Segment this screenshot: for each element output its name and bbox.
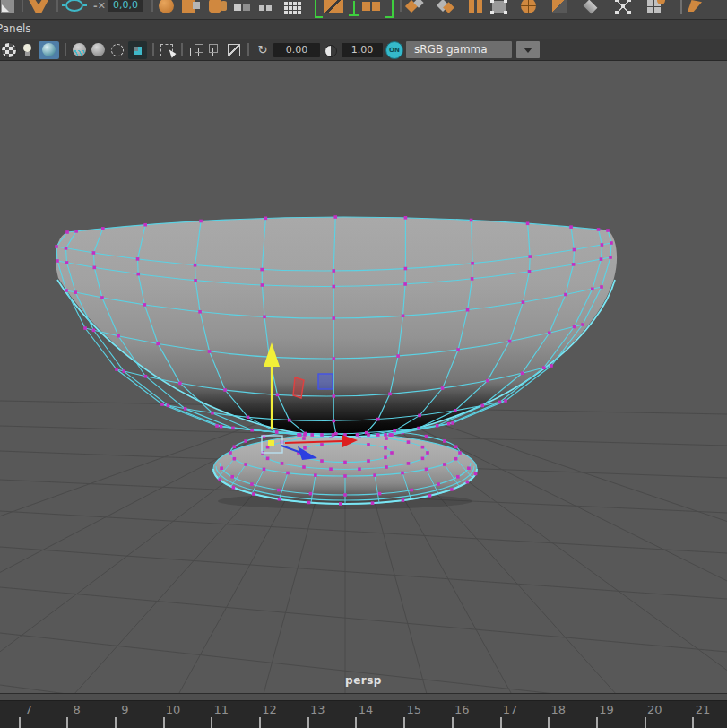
frame-number: 12 [262, 703, 277, 716]
frame-tick [403, 717, 405, 728]
frame-number: 11 [214, 703, 229, 716]
corner-handle-icon[interactable] [1, 0, 14, 13]
highlight-bracket-left [315, 0, 323, 18]
plane-diagonal-icon[interactable] [324, 0, 343, 13]
toolbar-sep-4 [247, 43, 249, 56]
viewport-panel[interactable]: persp [0, 61, 727, 693]
panels-menu[interactable]: Panels [0, 22, 31, 35]
contrast-icon[interactable] [323, 42, 339, 58]
bridge-icon[interactable] [467, 0, 483, 14]
frame-tick [163, 717, 165, 728]
frame-number: 13 [310, 703, 325, 716]
frame-number: 16 [454, 703, 470, 716]
poly-cylinder-icon[interactable] [209, 0, 221, 13]
xray-icon[interactable] [109, 42, 125, 58]
frame-number: 21 [696, 703, 711, 716]
wire-vertices-icon[interactable] [615, 0, 631, 14]
frame-tick [211, 717, 212, 728]
camera-label: persp [0, 674, 727, 687]
shelf-sep-3 [151, 0, 153, 12]
frame-number: 20 [647, 703, 662, 716]
extrude-icon[interactable] [405, 0, 421, 14]
viewport-canvas[interactable] [0, 61, 727, 693]
flat-diamond-icon[interactable] [583, 0, 599, 14]
poly-cube-icon[interactable] [182, 0, 195, 13]
shelf-sep-5 [680, 0, 682, 14]
gamma-mode-dropdown-arrow[interactable] [516, 41, 540, 58]
xyz-readout[interactable]: 0,0,0 [108, 0, 143, 12]
small-squares-icon[interactable] [257, 0, 273, 14]
poly-sphere-icon[interactable] [159, 0, 174, 13]
soft-select-icon[interactable] [61, 0, 88, 13]
frame-tick [19, 717, 21, 728]
gamma-mode-dropdown[interactable]: sRGB gamma [406, 41, 512, 58]
frame-tick [66, 717, 68, 728]
shelf-sep-1 [22, 0, 23, 12]
gray-squares-icon[interactable] [233, 0, 249, 14]
zoom-region-icon[interactable] [226, 42, 242, 58]
frame-tick [115, 717, 117, 728]
timeline-splitter[interactable] [0, 693, 727, 701]
orange-pair-icon[interactable] [362, 0, 382, 14]
frame-number: 15 [406, 703, 421, 716]
frame-selected-icon[interactable] [207, 42, 223, 58]
highlight-bracket-mid [349, 0, 359, 16]
time-slider[interactable]: 789101112131415161718192021 [0, 701, 727, 728]
cubes-stack-icon[interactable] [646, 0, 662, 14]
shelf-sep-4 [400, 0, 402, 12]
exposure-icon[interactable]: ↻ [255, 42, 271, 58]
viewport-toolbar: ↻0.001.00ONsRGB gamma [0, 39, 727, 61]
frame-number: 10 [166, 703, 181, 716]
frame-number: 19 [599, 703, 614, 716]
frame-tick [452, 717, 454, 728]
bevel-icon[interactable] [437, 0, 453, 14]
maya-window: -✕0,0,0 Panels ↻0.001.00ONsRGB gamma per… [0, 0, 727, 728]
frame-tick [500, 717, 502, 728]
toolbar-sep-3 [181, 43, 183, 56]
default-material-icon[interactable] [1, 42, 17, 58]
manipulator-origin [268, 440, 274, 446]
xy-plane-handle [318, 374, 333, 389]
frame-tick [596, 717, 598, 728]
frame-tick [692, 717, 694, 728]
yz-plane-handle [293, 377, 304, 398]
shelf-toolbar: -✕0,0,0 [0, 0, 727, 20]
frame-number: 17 [503, 703, 518, 716]
frame-tick [548, 717, 550, 728]
frame-number: 14 [359, 703, 374, 716]
wireframe-on-shaded-icon[interactable] [72, 42, 88, 58]
smooth-shade-icon[interactable] [39, 41, 59, 59]
grid-icon[interactable] [283, 0, 303, 14]
curve-pen-icon[interactable] [687, 0, 703, 14]
frame-tick [645, 717, 646, 728]
isolate-select-icon[interactable] [188, 42, 204, 58]
frame-tick [355, 717, 357, 728]
shadows-icon[interactable] [91, 42, 107, 58]
snap-magnet-icon[interactable] [28, 0, 49, 13]
frame-tick [307, 717, 309, 728]
selection-highlight-icon[interactable] [160, 42, 176, 58]
axis-dash-x-icon[interactable]: -✕ [92, 0, 107, 14]
frame-number: 8 [74, 703, 81, 716]
quad-draw-icon[interactable] [492, 1, 506, 13]
highlight-bracket-right [385, 0, 394, 18]
half-square-icon[interactable] [552, 0, 567, 13]
gamma-field[interactable]: 1.00 [342, 43, 383, 57]
toolbar-sep-1 [65, 43, 66, 56]
sphere-project-icon[interactable] [521, 0, 536, 13]
frame-tick [259, 717, 261, 728]
color-management-on-badge[interactable]: ON [385, 41, 403, 59]
lighting-icon[interactable] [20, 42, 36, 58]
panel-menu-bar: Panels [0, 20, 727, 39]
textured-icon[interactable] [128, 41, 147, 59]
frame-number: 18 [551, 703, 567, 716]
exposure-field[interactable]: 0.00 [273, 43, 320, 57]
frame-number: 7 [25, 703, 32, 716]
frame-number: 9 [121, 703, 128, 716]
toolbar-sep-2 [152, 43, 154, 56]
shelf-sep-2 [56, 0, 58, 12]
